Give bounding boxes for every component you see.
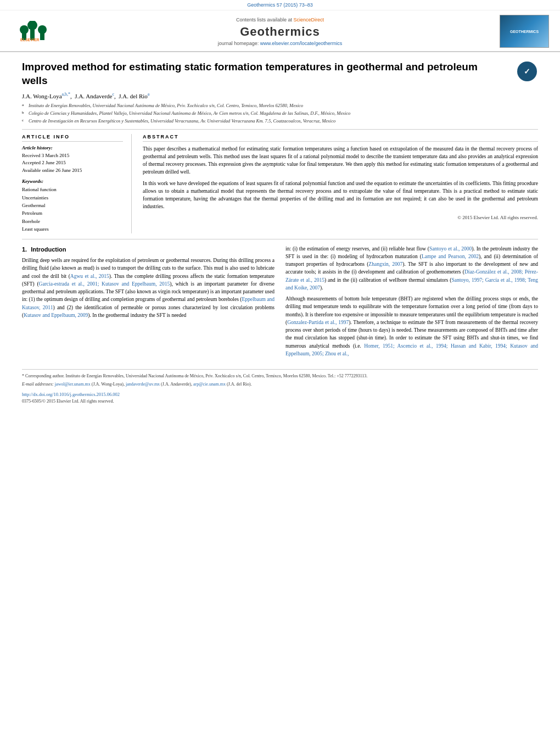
journal-name-heading: Geothermics	[71, 25, 489, 39]
journal-ref: Geothermics 57 (2015) 73–83	[247, 2, 313, 8]
ref-lampe[interactable]: Lampe and Pearson, 2002	[422, 254, 479, 259]
abstract-text: This paper describes a mathematical meth…	[143, 145, 538, 222]
available-date: Available online 26 June 2015	[22, 167, 123, 175]
affil-b: b Colegio de Ciencias y Humanidades, Pla…	[22, 110, 538, 117]
title-section: Improved method for estimating static fo…	[22, 60, 538, 87]
authors-line: J.A. Wong-Loyaa,b,*, J.A. Andaverdec, J.…	[22, 92, 538, 99]
abstract-section: ABSTRACT This paper describes a mathemat…	[143, 134, 538, 233]
keywords-label: Keywords:	[22, 178, 123, 184]
author-3-sup: a	[148, 92, 150, 97]
svg-point-1	[20, 25, 29, 34]
keyword-2: Uncertainties	[22, 194, 123, 202]
journal-header: ELSEVIER Contents lists available at Sci…	[0, 10, 560, 52]
affiliations: a Instituto de Energías Renovables, Univ…	[22, 103, 538, 125]
keyword-5: Borehole	[22, 217, 123, 225]
author-1-name: J.A. Wong-Loya	[22, 93, 62, 99]
article-info-title: ARTICLE INFO	[22, 134, 123, 142]
email-3-link[interactable]: arp@cie.unam.mx	[193, 382, 226, 387]
abstract-copyright: © 2015 Elsevier Ltd. All rights reserved…	[143, 214, 538, 222]
abstract-title: ABSTRACT	[143, 134, 538, 142]
contents-line: Contents lists available at ScienceDirec…	[71, 17, 489, 23]
article-area: Improved method for estimating static fo…	[0, 52, 560, 413]
article-title: Improved method for estimating static fo…	[22, 60, 516, 87]
keyword-6: Least squares	[22, 225, 123, 233]
footnotes: * Corresponding author. Instituto de Ene…	[22, 369, 538, 405]
ref-kutasov2009[interactable]: Kutasov and Eppelbaum, 2009	[24, 313, 88, 318]
geothermics-journal-logo: GEOTHERMICS	[500, 15, 549, 48]
intro-para-right-1: in: (i) the estimation of energy reserve…	[285, 245, 538, 292]
keyword-4: Petroleum	[22, 209, 123, 217]
homepage-line: journal homepage: www.elsevier.com/locat…	[71, 41, 489, 46]
ref-gonzalez[interactable]: Gonzalez-Partida et al., 1997	[287, 320, 349, 325]
received-date: Received 3 March 2015	[22, 152, 123, 160]
article-info-panel: ARTICLE INFO Article history: Received 3…	[22, 134, 132, 233]
section-1-heading: 1. Introduction	[22, 245, 275, 254]
sciencedirect-link[interactable]: ScienceDirect	[294, 17, 324, 23]
info-abstract-row: ARTICLE INFO Article history: Received 3…	[22, 134, 538, 233]
author-1-sup: a,b,*	[62, 92, 71, 97]
star-footnote: * Corresponding author. Instituto de Ene…	[22, 373, 538, 380]
divider-after-abstract	[22, 239, 538, 239]
keyword-3: Geothermal	[22, 202, 123, 209]
email-1-link[interactable]: jawol@ier.unam.mx	[55, 382, 91, 387]
doi-line: http://dx.doi.org/10.1016/j.geothermics.…	[22, 391, 538, 398]
ref-agwu[interactable]: Agwu et al., 2015	[70, 274, 109, 279]
history-label: Article history:	[22, 145, 123, 150]
divider-after-affiliations	[22, 129, 538, 130]
doi-link[interactable]: http://dx.doi.org/10.1016/j.geothermics.…	[22, 392, 120, 397]
homepage-link[interactable]: www.elsevier.com/locate/geothermics	[260, 41, 343, 46]
svg-point-3	[27, 21, 37, 30]
svg-text:ELSEVIER: ELSEVIER	[20, 38, 40, 42]
author-2-name: J.A. Andaverde	[75, 93, 112, 99]
author-3-name: J.A. del Rio	[119, 93, 148, 99]
ref-garcia[interactable]: Garcia-estrada et al., 2001; Kutasov and…	[39, 281, 170, 287]
email-2-link[interactable]: jandaverde@uv.mx	[126, 382, 160, 387]
intro-para-right-2: Although measurements of bottom hole tem…	[285, 295, 538, 358]
keyword-1: Rational function	[22, 186, 123, 193]
ref-zhangxin[interactable]: Zhangxin, 2007	[368, 261, 402, 267]
affil-a: a Instituto de Energías Renovables, Univ…	[22, 103, 538, 109]
body-right-col: in: (i) the estimation of energy reserve…	[285, 245, 538, 361]
crossmark-logo[interactable]: ✓	[516, 60, 538, 82]
intro-para-left: Drilling deep wells are required for the…	[22, 256, 275, 319]
abstract-para-1: This paper describes a mathematical meth…	[143, 145, 538, 176]
abstract-para-2: In this work we have developed the equat…	[143, 180, 538, 211]
issn-line: 0375-6505/© 2015 Elsevier Ltd. All right…	[22, 398, 538, 405]
elsevier-tree-icon: ELSEVIER	[19, 21, 52, 42]
elsevier-logo: ELSEVIER	[11, 20, 60, 42]
page: Geothermics 57 (2015) 73–83 ELSEVIER Con…	[0, 0, 560, 742]
affil-c: c Centro de Investigación en Recursos En…	[22, 118, 538, 125]
ref-santoyo2000[interactable]: Santoyo et al., 2000	[429, 246, 472, 252]
email-footnote: E-mail addresses: jawol@ier.unam.mx (J.A…	[22, 381, 538, 388]
svg-point-5	[38, 25, 47, 34]
header-center: Contents lists available at ScienceDirec…	[60, 17, 500, 46]
author-2-sup: c	[112, 92, 114, 97]
ref-homer[interactable]: Homer, 1951; Ascencio et al., 1994; Hass…	[285, 343, 538, 356]
ref-eppelbaum[interactable]: Eppelbaum and Kutasov, 2011	[22, 297, 275, 310]
body-left-col: 1. Introduction Drilling deep wells are …	[22, 245, 275, 361]
body-columns: 1. Introduction Drilling deep wells are …	[22, 245, 538, 361]
accepted-date: Accepted 2 June 2015	[22, 159, 123, 167]
